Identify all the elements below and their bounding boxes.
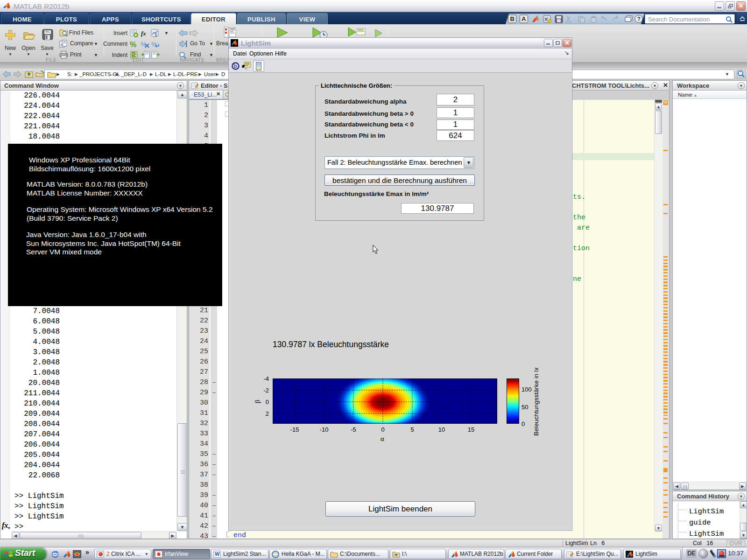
svg-text:fx: fx bbox=[141, 30, 146, 37]
svg-text:?: ? bbox=[637, 16, 641, 22]
svg-text:fi: fi bbox=[155, 33, 157, 37]
svg-text:A: A bbox=[521, 15, 526, 22]
svg-text:%: % bbox=[130, 41, 136, 49]
svg-text:B: B bbox=[510, 15, 514, 22]
svg-text:D: D bbox=[234, 64, 237, 69]
